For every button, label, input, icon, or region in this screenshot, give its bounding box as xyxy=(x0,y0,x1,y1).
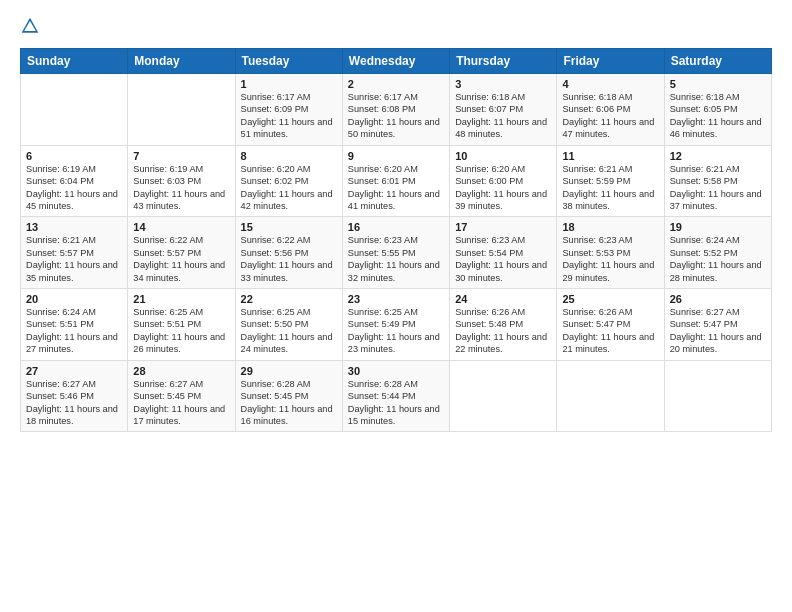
day-info: Sunrise: 6:27 AM Sunset: 5:45 PM Dayligh… xyxy=(133,378,229,428)
day-info: Sunrise: 6:27 AM Sunset: 5:47 PM Dayligh… xyxy=(670,306,766,356)
table-row: 16Sunrise: 6:23 AM Sunset: 5:55 PM Dayli… xyxy=(342,217,449,289)
table-row: 6Sunrise: 6:19 AM Sunset: 6:04 PM Daylig… xyxy=(21,145,128,217)
day-number: 16 xyxy=(348,221,444,233)
day-info: Sunrise: 6:25 AM Sunset: 5:51 PM Dayligh… xyxy=(133,306,229,356)
calendar-week-row: 6Sunrise: 6:19 AM Sunset: 6:04 PM Daylig… xyxy=(21,145,772,217)
table-row: 2Sunrise: 6:17 AM Sunset: 6:08 PM Daylig… xyxy=(342,74,449,146)
day-number: 14 xyxy=(133,221,229,233)
logo-icon xyxy=(20,16,40,36)
day-number: 25 xyxy=(562,293,658,305)
day-info: Sunrise: 6:19 AM Sunset: 6:03 PM Dayligh… xyxy=(133,163,229,213)
day-number: 21 xyxy=(133,293,229,305)
day-number: 17 xyxy=(455,221,551,233)
day-info: Sunrise: 6:28 AM Sunset: 5:45 PM Dayligh… xyxy=(241,378,337,428)
table-row xyxy=(450,360,557,432)
day-info: Sunrise: 6:17 AM Sunset: 6:08 PM Dayligh… xyxy=(348,91,444,141)
day-info: Sunrise: 6:20 AM Sunset: 6:02 PM Dayligh… xyxy=(241,163,337,213)
col-monday: Monday xyxy=(128,49,235,74)
table-row: 28Sunrise: 6:27 AM Sunset: 5:45 PM Dayli… xyxy=(128,360,235,432)
day-info: Sunrise: 6:25 AM Sunset: 5:49 PM Dayligh… xyxy=(348,306,444,356)
day-info: Sunrise: 6:19 AM Sunset: 6:04 PM Dayligh… xyxy=(26,163,122,213)
day-number: 4 xyxy=(562,78,658,90)
day-info: Sunrise: 6:26 AM Sunset: 5:47 PM Dayligh… xyxy=(562,306,658,356)
table-row: 24Sunrise: 6:26 AM Sunset: 5:48 PM Dayli… xyxy=(450,289,557,361)
day-info: Sunrise: 6:22 AM Sunset: 5:56 PM Dayligh… xyxy=(241,234,337,284)
col-friday: Friday xyxy=(557,49,664,74)
day-number: 10 xyxy=(455,150,551,162)
day-info: Sunrise: 6:26 AM Sunset: 5:48 PM Dayligh… xyxy=(455,306,551,356)
calendar-week-row: 13Sunrise: 6:21 AM Sunset: 5:57 PM Dayli… xyxy=(21,217,772,289)
table-row xyxy=(664,360,771,432)
day-info: Sunrise: 6:24 AM Sunset: 5:52 PM Dayligh… xyxy=(670,234,766,284)
day-number: 22 xyxy=(241,293,337,305)
col-sunday: Sunday xyxy=(21,49,128,74)
day-number: 27 xyxy=(26,365,122,377)
day-number: 26 xyxy=(670,293,766,305)
day-number: 29 xyxy=(241,365,337,377)
day-number: 15 xyxy=(241,221,337,233)
table-row: 30Sunrise: 6:28 AM Sunset: 5:44 PM Dayli… xyxy=(342,360,449,432)
day-info: Sunrise: 6:28 AM Sunset: 5:44 PM Dayligh… xyxy=(348,378,444,428)
day-number: 11 xyxy=(562,150,658,162)
day-number: 23 xyxy=(348,293,444,305)
day-info: Sunrise: 6:18 AM Sunset: 6:05 PM Dayligh… xyxy=(670,91,766,141)
table-row: 14Sunrise: 6:22 AM Sunset: 5:57 PM Dayli… xyxy=(128,217,235,289)
day-number: 7 xyxy=(133,150,229,162)
table-row: 4Sunrise: 6:18 AM Sunset: 6:06 PM Daylig… xyxy=(557,74,664,146)
day-number: 28 xyxy=(133,365,229,377)
table-row: 25Sunrise: 6:26 AM Sunset: 5:47 PM Dayli… xyxy=(557,289,664,361)
day-number: 2 xyxy=(348,78,444,90)
day-info: Sunrise: 6:20 AM Sunset: 6:00 PM Dayligh… xyxy=(455,163,551,213)
calendar-week-row: 27Sunrise: 6:27 AM Sunset: 5:46 PM Dayli… xyxy=(21,360,772,432)
table-row: 18Sunrise: 6:23 AM Sunset: 5:53 PM Dayli… xyxy=(557,217,664,289)
day-info: Sunrise: 6:23 AM Sunset: 5:54 PM Dayligh… xyxy=(455,234,551,284)
table-row: 12Sunrise: 6:21 AM Sunset: 5:58 PM Dayli… xyxy=(664,145,771,217)
table-row: 21Sunrise: 6:25 AM Sunset: 5:51 PM Dayli… xyxy=(128,289,235,361)
table-row xyxy=(128,74,235,146)
day-info: Sunrise: 6:23 AM Sunset: 5:53 PM Dayligh… xyxy=(562,234,658,284)
day-number: 1 xyxy=(241,78,337,90)
day-info: Sunrise: 6:24 AM Sunset: 5:51 PM Dayligh… xyxy=(26,306,122,356)
day-number: 5 xyxy=(670,78,766,90)
day-number: 8 xyxy=(241,150,337,162)
day-info: Sunrise: 6:22 AM Sunset: 5:57 PM Dayligh… xyxy=(133,234,229,284)
day-info: Sunrise: 6:27 AM Sunset: 5:46 PM Dayligh… xyxy=(26,378,122,428)
day-number: 9 xyxy=(348,150,444,162)
col-thursday: Thursday xyxy=(450,49,557,74)
table-row: 23Sunrise: 6:25 AM Sunset: 5:49 PM Dayli… xyxy=(342,289,449,361)
table-row xyxy=(21,74,128,146)
table-row xyxy=(557,360,664,432)
table-row: 7Sunrise: 6:19 AM Sunset: 6:03 PM Daylig… xyxy=(128,145,235,217)
day-number: 20 xyxy=(26,293,122,305)
day-info: Sunrise: 6:20 AM Sunset: 6:01 PM Dayligh… xyxy=(348,163,444,213)
table-row: 27Sunrise: 6:27 AM Sunset: 5:46 PM Dayli… xyxy=(21,360,128,432)
logo xyxy=(20,16,44,38)
day-info: Sunrise: 6:18 AM Sunset: 6:06 PM Dayligh… xyxy=(562,91,658,141)
day-info: Sunrise: 6:21 AM Sunset: 5:58 PM Dayligh… xyxy=(670,163,766,213)
day-number: 13 xyxy=(26,221,122,233)
day-number: 19 xyxy=(670,221,766,233)
table-row: 26Sunrise: 6:27 AM Sunset: 5:47 PM Dayli… xyxy=(664,289,771,361)
table-row: 19Sunrise: 6:24 AM Sunset: 5:52 PM Dayli… xyxy=(664,217,771,289)
day-info: Sunrise: 6:23 AM Sunset: 5:55 PM Dayligh… xyxy=(348,234,444,284)
day-number: 30 xyxy=(348,365,444,377)
calendar-table: Sunday Monday Tuesday Wednesday Thursday… xyxy=(20,48,772,432)
table-row: 22Sunrise: 6:25 AM Sunset: 5:50 PM Dayli… xyxy=(235,289,342,361)
calendar-week-row: 20Sunrise: 6:24 AM Sunset: 5:51 PM Dayli… xyxy=(21,289,772,361)
day-number: 6 xyxy=(26,150,122,162)
table-row: 15Sunrise: 6:22 AM Sunset: 5:56 PM Dayli… xyxy=(235,217,342,289)
table-row: 29Sunrise: 6:28 AM Sunset: 5:45 PM Dayli… xyxy=(235,360,342,432)
table-row: 1Sunrise: 6:17 AM Sunset: 6:09 PM Daylig… xyxy=(235,74,342,146)
day-number: 18 xyxy=(562,221,658,233)
col-tuesday: Tuesday xyxy=(235,49,342,74)
day-number: 24 xyxy=(455,293,551,305)
day-info: Sunrise: 6:17 AM Sunset: 6:09 PM Dayligh… xyxy=(241,91,337,141)
calendar-week-row: 1Sunrise: 6:17 AM Sunset: 6:09 PM Daylig… xyxy=(21,74,772,146)
table-row: 11Sunrise: 6:21 AM Sunset: 5:59 PM Dayli… xyxy=(557,145,664,217)
table-row: 3Sunrise: 6:18 AM Sunset: 6:07 PM Daylig… xyxy=(450,74,557,146)
table-row: 17Sunrise: 6:23 AM Sunset: 5:54 PM Dayli… xyxy=(450,217,557,289)
table-row: 5Sunrise: 6:18 AM Sunset: 6:05 PM Daylig… xyxy=(664,74,771,146)
table-row: 10Sunrise: 6:20 AM Sunset: 6:00 PM Dayli… xyxy=(450,145,557,217)
day-info: Sunrise: 6:21 AM Sunset: 5:57 PM Dayligh… xyxy=(26,234,122,284)
table-row: 8Sunrise: 6:20 AM Sunset: 6:02 PM Daylig… xyxy=(235,145,342,217)
